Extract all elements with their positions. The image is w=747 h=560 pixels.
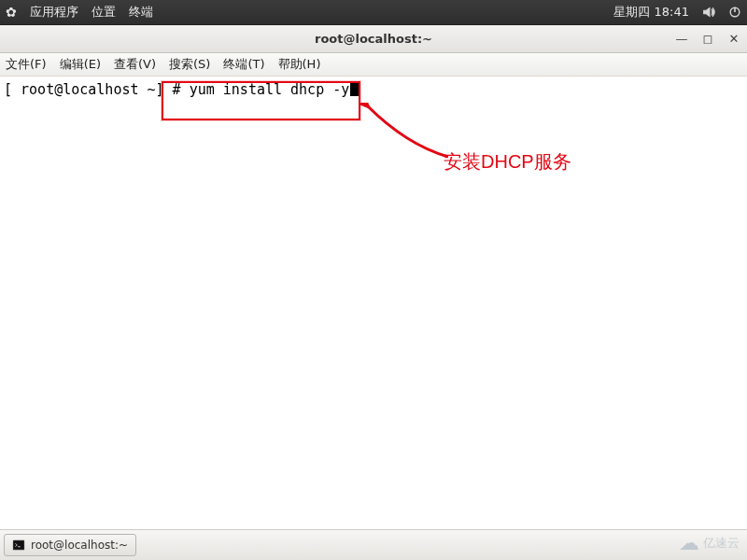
menu-search[interactable]: 搜索(S) xyxy=(169,56,210,73)
terminal-menubar: 文件(F) 编辑(E) 查看(V) 搜索(S) 终端(T) 帮助(H) xyxy=(0,53,747,77)
menu-view[interactable]: 查看(V) xyxy=(114,56,156,73)
terminal-icon xyxy=(12,539,25,552)
window-title-text: root@localhost:~ xyxy=(0,32,747,46)
panel-menu-places[interactable]: 位置 xyxy=(92,4,116,21)
power-icon[interactable] xyxy=(728,6,741,19)
menu-help[interactable]: 帮助(H) xyxy=(278,56,321,73)
terminal-line-1: [ root@localhost ~] # yum install dhcp -… xyxy=(4,80,743,99)
taskbar-window-label: root@localhost:~ xyxy=(31,539,128,552)
terminal-command: yum install dhcp -y xyxy=(190,81,350,98)
window-close-button[interactable]: ✕ xyxy=(726,32,741,47)
window-titlebar[interactable]: root@localhost:~ — ◻ ✕ xyxy=(0,25,747,53)
window-maximize-button[interactable]: ◻ xyxy=(700,32,715,47)
volume-icon[interactable] xyxy=(702,6,715,19)
menu-edit[interactable]: 编辑(E) xyxy=(60,56,101,73)
svg-rect-3 xyxy=(14,541,24,550)
panel-clock[interactable]: 星期四 18:41 xyxy=(613,4,689,21)
menu-terminal[interactable]: 终端(T) xyxy=(223,56,264,73)
gnome-top-panel: ✿ 应用程序 位置 终端 星期四 18:41 xyxy=(0,0,747,25)
window-minimize-button[interactable]: — xyxy=(674,32,689,47)
taskbar-window-button[interactable]: root@localhost:~ xyxy=(4,534,136,556)
terminal-viewport[interactable]: [ root@localhost ~] # yum install dhcp -… xyxy=(0,77,747,527)
annotation-label: 安装DHCP服务 xyxy=(444,149,571,175)
menu-file[interactable]: 文件(F) xyxy=(6,56,47,73)
panel-menu-applications[interactable]: 应用程序 xyxy=(30,4,78,21)
gnome-bottom-panel: root@localhost:~ xyxy=(0,529,747,560)
panel-menu-terminal[interactable]: 终端 xyxy=(129,4,153,21)
terminal-prompt: [ root@localhost ~] # xyxy=(4,81,190,98)
terminal-cursor xyxy=(350,81,359,96)
activities-icon[interactable]: ✿ xyxy=(6,5,17,20)
